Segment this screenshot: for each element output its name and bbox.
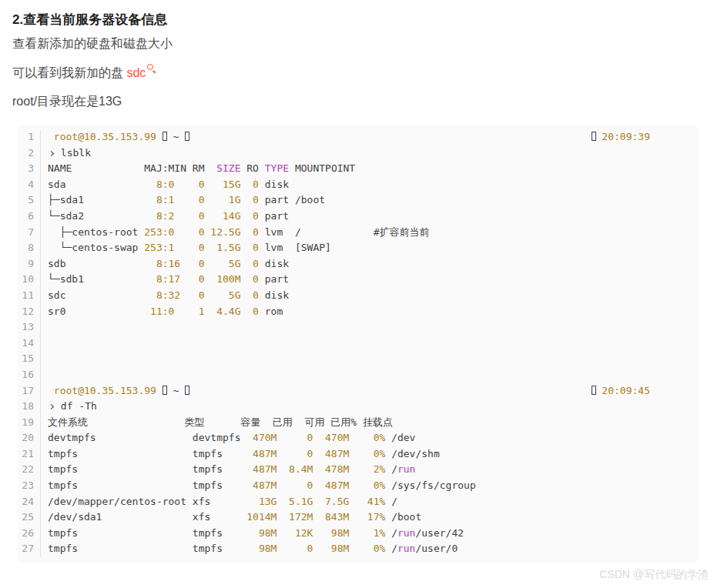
- code-line: 26tmpfs tmpfs 98M 12K 98M 1% /run/user/4…: [18, 526, 699, 542]
- code-text-segment: /boot: [385, 511, 421, 523]
- code-text-segment: 487M 8.4M 478M 2%: [223, 463, 385, 475]
- code-line: 22tmpfs tmpfs 487M 8.4M 478M 2% /run: [18, 462, 699, 478]
- paragraph-1: 查看新添加的硬盘和磁盘大小: [12, 35, 714, 52]
- code-line: 1 root@10.35.153.99 ~ 20:09:39: [18, 129, 699, 145]
- code-line-content: sr0 11:0 1 4.4G 0 rom: [48, 304, 699, 320]
- code-line-content: [48, 351, 699, 367]
- code-text-segment: /: [385, 463, 397, 475]
- code-text-segment: tmpfs tmpfs: [48, 479, 223, 491]
- code-line-content: /dev/mapper/centos-root xfs 13G 5.1G 7.5…: [48, 494, 699, 510]
- code-block[interactable]: 1 root@10.35.153.99 ~ 20:09:392 lsblk3NA…: [18, 125, 699, 563]
- code-text-segment: tmpfs tmpfs: [48, 527, 223, 539]
- code-line-content: tmpfs tmpfs 487M 8.4M 478M 2% /run: [48, 462, 699, 478]
- code-text-segment: [48, 385, 54, 396]
- sdc-link-label: sdc: [126, 66, 146, 79]
- code-line-content: sdc 8:32 0 5G 0 disk: [48, 288, 699, 304]
- code-line-content: tmpfs tmpfs 487M 0 487M 0% /dev/shm: [48, 446, 699, 463]
- code-line: 27tmpfs tmpfs 98M 0 98M 0% /run/user/0: [18, 541, 699, 557]
- code-line-content: /dev/sda1 xfs 1014M 172M 843M 17% /boot: [48, 509, 699, 526]
- code-text-segment: [48, 131, 54, 142]
- code-line-content: [48, 336, 699, 352]
- line-number: 25: [18, 509, 41, 526]
- code-line: 10└─sdb1 8:17 0 100M 0 part: [18, 272, 699, 288]
- code-text-segment: 13G 5.1G 7.5G 41%: [210, 496, 385, 507]
- code-text-segment: tmpfs tmpfs: [48, 448, 223, 459]
- line-number: 6: [18, 209, 41, 225]
- code-text-segment: 8:1 0 1G 0: [156, 194, 259, 205]
- line-number: 7: [18, 225, 41, 241]
- code-line-content: 文件系统 类型 容量 已用 可用 已用% 挂载点: [48, 415, 699, 431]
- code-line: 9sdb 8:16 0 5G 0 disk: [18, 256, 699, 272]
- paragraph-2-text: 可以看到我新加的盘: [12, 66, 126, 79]
- code-line: 13: [18, 319, 699, 336]
- code-text-segment: └─sda2: [48, 210, 156, 222]
- code-text-segment: ~: [167, 385, 185, 396]
- code-text-segment: /user/42: [415, 527, 464, 539]
- line-number: 15: [18, 351, 41, 367]
- code-text-segment: run: [397, 527, 415, 539]
- line-number: 20: [18, 430, 41, 446]
- code-text-segment: run: [397, 463, 415, 475]
- line-number: 21: [18, 446, 41, 463]
- code-text-segment: sda: [48, 179, 156, 190]
- sdc-link[interactable]: sdc: [126, 66, 156, 79]
- code-line: 5├─sda1 8:1 0 1G 0 part /boot: [18, 192, 699, 209]
- line-number: 27: [18, 541, 41, 557]
- code-text-segment: /: [385, 543, 397, 554]
- code-line-content: [48, 367, 699, 383]
- search-icon[interactable]: [147, 64, 156, 72]
- code-text-segment: 1014M 172M 843M 17%: [210, 511, 385, 523]
- line-number: 18: [18, 399, 41, 415]
- code-line: 20devtmpfs devtmpfs 470M 0 470M 0% /dev: [18, 430, 699, 446]
- missing-glyph-box: [185, 132, 189, 141]
- code-line: 6└─sda2 8:2 0 14G 0 part: [18, 209, 699, 225]
- code-text-segment: df -Th: [55, 400, 97, 412]
- code-text-segment: 98M 0 98M 0%: [223, 543, 385, 554]
- code-line: 25/dev/sda1 xfs 1014M 172M 843M 17% /boo…: [18, 509, 699, 526]
- code-text-segment: 8:32 0 5G 0: [156, 289, 259, 301]
- code-text-segment: /dev/sda1 xfs: [48, 511, 210, 523]
- prompt-chevron-icon: [49, 404, 54, 409]
- code-text-segment: sdc: [48, 289, 156, 301]
- code-text-segment: 487M 0 487M 0%: [223, 448, 385, 459]
- code-line: 18 df -Th: [18, 399, 699, 415]
- code-text-segment: /: [385, 496, 397, 507]
- code-line: 7 ├─centos-root 253:0 0 12.5G 0 lvm / #扩…: [18, 225, 699, 241]
- code-text-segment: devtmpfs devtmpfs: [48, 432, 240, 443]
- code-line-content: └─sdb1 8:17 0 100M 0 part: [48, 272, 699, 288]
- line-number: 10: [18, 272, 41, 288]
- code-text-segment: NAME MAJ:MIN RM: [48, 162, 216, 174]
- line-number: 17: [18, 383, 41, 399]
- line-number: 1: [18, 129, 41, 145]
- code-text-segment: /dev/shm: [385, 448, 439, 459]
- code-line-content: NAME MAJ:MIN RM SIZE RO TYPE MOUNTPOINT: [48, 161, 699, 177]
- code-text-segment: sr0: [48, 306, 150, 317]
- code-text-segment: 20:09:39: [596, 131, 650, 142]
- code-line: 14: [18, 336, 699, 352]
- line-number: 4: [18, 177, 41, 193]
- code-line-content: sdb 8:16 0 5G 0 disk: [48, 256, 699, 272]
- code-text-segment: RO: [240, 162, 264, 174]
- code-line: 16: [18, 367, 699, 383]
- right-prompt-timestamp: 20:09:39: [592, 129, 699, 145]
- code-text-segment: ├─sda1: [48, 194, 156, 205]
- code-text-segment: TYPE: [265, 162, 289, 174]
- code-line: 8 └─centos-swap 253:1 0 1.5G 0 lvm [SWAP…: [18, 240, 699, 256]
- code-line: 3NAME MAJ:MIN RM SIZE RO TYPE MOUNTPOINT: [18, 161, 699, 177]
- line-number: 22: [18, 462, 41, 478]
- code-text-segment: 11:0 1 4.4G 0: [150, 306, 259, 317]
- code-text-segment: 253:0 0 12.5G 0: [144, 226, 259, 238]
- code-text-segment: SIZE: [216, 162, 240, 174]
- code-text-segment: 20:09:45: [596, 385, 650, 396]
- missing-glyph-box: [185, 386, 189, 395]
- code-text-segment: ├─centos-root: [48, 226, 144, 238]
- code-text-segment: /: [385, 527, 397, 539]
- code-text-segment: /sys/fs/cgroup: [385, 479, 475, 491]
- code-text-segment: ~: [167, 131, 185, 142]
- code-line: 23tmpfs tmpfs 487M 0 487M 0% /sys/fs/cgr…: [18, 478, 699, 494]
- code-text-segment: MOUNTPOINT: [289, 162, 355, 174]
- code-text-segment: 8:17 0 100M 0: [156, 273, 259, 285]
- article-page: 2.查看当前服务器设备信息 查看新添加的硬盘和磁盘大小 可以看到我新加的盘 sd…: [0, 0, 714, 588]
- code-text-segment: lvm [SWAP]: [259, 242, 331, 253]
- code-text-segment: part: [259, 210, 289, 222]
